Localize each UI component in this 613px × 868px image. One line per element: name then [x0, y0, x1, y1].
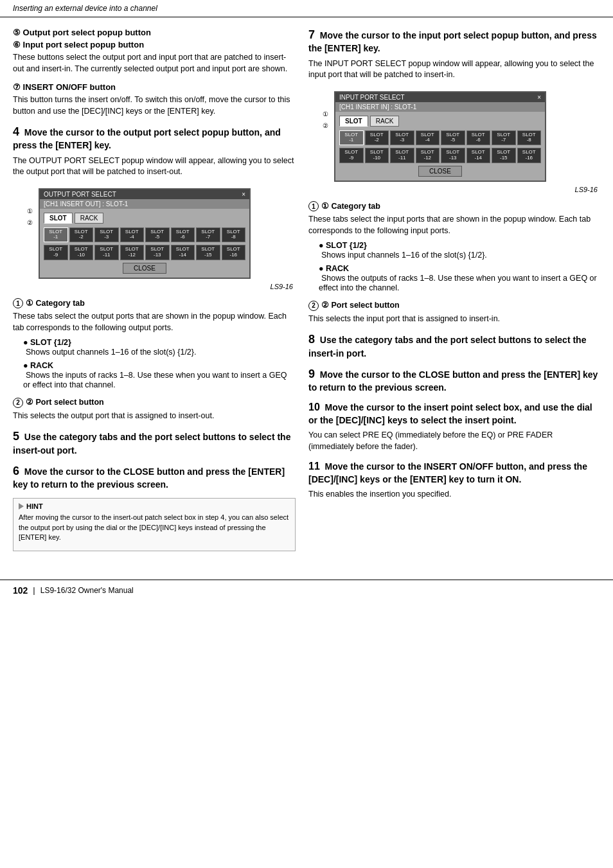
step-7: 7 Move the cursor to the input port sele…	[308, 28, 600, 193]
hint-box: HINT After moving the cursor to the inse…	[13, 498, 296, 551]
step-9-heading: Move the cursor to the CLOSE button and …	[308, 369, 598, 393]
step-4-header: 4 Move the cursor to the output port sel…	[13, 125, 296, 152]
step-6-number: 6	[13, 465, 19, 477]
slot-cell[interactable]: SLOT-15	[492, 148, 516, 163]
slot-cell[interactable]: SLOT-9	[44, 245, 68, 260]
output-popup-body: SLOT RACK SLOT-1 SLOT-2 SLOT-3 SLOT-4 SL…	[40, 209, 249, 278]
slot-bullet-right: ● SLOT {1/2} Shows input channels 1–16 o…	[319, 240, 600, 260]
slot-cell[interactable]: SLOT-16	[517, 148, 542, 163]
slot-cell[interactable]: SLOT-13	[145, 245, 170, 260]
slot-cell[interactable]: SLOT-10	[69, 245, 94, 260]
slot-cell[interactable]: SLOT-14	[171, 245, 195, 260]
port-select-heading-left: 2② Port select button	[13, 397, 296, 408]
slot-cell[interactable]: SLOT-11	[390, 148, 414, 163]
output-popup-title: OUTPUT PORT SELECT ×	[40, 190, 249, 199]
annotation-2-output: ②	[27, 219, 33, 226]
step-8: 8 Use the category tabs and the port sel…	[308, 332, 600, 359]
step-9-number: 9	[308, 368, 315, 380]
input-tab-row: SLOT RACK	[339, 116, 541, 127]
slot-cell[interactable]: SLOT-8	[222, 227, 246, 243]
slot-cell[interactable]: SLOT-7	[196, 227, 220, 243]
input-slot-grid-row2: SLOT-9 SLOT-10 SLOT-11 SLOT-12 SLOT-13 S…	[339, 148, 541, 163]
category-tab-right: 1① Category tab These tabs select the in…	[308, 201, 600, 293]
slot-cell[interactable]: SLOT-5	[441, 130, 465, 146]
slot-cell[interactable]: SLOT-2	[69, 227, 94, 243]
slot-cell[interactable]: SLOT-9	[339, 148, 364, 163]
page-footer: 102 | LS9-16/32 Owner's Manual	[0, 580, 613, 601]
slot-cell[interactable]: SLOT-4	[416, 130, 440, 146]
output-slot-grid-row1: SLOT-1 SLOT-2 SLOT-3 SLOT-4 SLOT-5 SLOT-…	[44, 227, 245, 243]
port-select-left: 2② Port select button This selects the o…	[13, 397, 296, 421]
slot-cell[interactable]: SLOT-13	[441, 148, 465, 163]
output-popup: OUTPUT PORT SELECT × [CH1 INSERT OUT] : …	[39, 188, 251, 279]
input-tab-rack[interactable]: RACK	[370, 116, 400, 127]
hint-label: HINT	[19, 502, 290, 510]
hint-arrow-icon	[19, 503, 24, 509]
section-5-6-desc: These buttons select the output port and…	[13, 52, 296, 75]
slot-cell[interactable]: SLOT-12	[120, 245, 145, 260]
step-8-number: 8	[308, 333, 315, 346]
step-5-heading: Use the category tabs and the port selec…	[13, 432, 290, 455]
step-10-desc: You can select PRE EQ (immediately befor…	[308, 430, 600, 452]
output-close-btn[interactable]: CLOSE	[123, 263, 166, 274]
footer-title: LS9-16/32 Owner's Manual	[40, 586, 134, 595]
step-10-heading: Move the cursor to the insert point sele…	[308, 402, 592, 425]
slot-cell[interactable]: SLOT-16	[222, 245, 246, 260]
page-number: 102	[13, 585, 28, 596]
slot-cell[interactable]: SLOT-14	[466, 148, 491, 163]
output-popup-label: LS9-16	[13, 283, 293, 290]
step-10: 10 Move the cursor to the insert point s…	[308, 401, 600, 452]
slot-cell[interactable]: SLOT-15	[196, 245, 220, 260]
port-select-right: 2② Port select button This selects the i…	[308, 300, 600, 324]
output-tab-slot[interactable]: SLOT	[44, 213, 73, 224]
step-4-desc: The OUTPUT PORT SELECT popup window will…	[13, 155, 296, 178]
step-6-header: 6 Move the cursor to the CLOSE button an…	[13, 464, 296, 491]
input-tab-slot[interactable]: SLOT	[339, 116, 368, 127]
slot-cell[interactable]: SLOT-1	[44, 227, 68, 243]
slot-cell[interactable]: SLOT-6	[466, 130, 491, 146]
slot-cell[interactable]: SLOT-3	[390, 130, 414, 146]
input-popup-subtitle: [CH1 INSERT IN] : SLOT-1	[335, 102, 545, 112]
section-7-desc: This button turns the insert on/off. To …	[13, 94, 296, 117]
input-popup-body: SLOT RACK SLOT-1 SLOT-2 SLOT-3 SLOT-4 SL…	[335, 112, 545, 181]
port-select-text-left: This selects the output port that is ass…	[13, 411, 296, 422]
slot-cell[interactable]: SLOT-7	[492, 130, 516, 146]
footer-separator: |	[33, 585, 35, 595]
heading-7: ⑦ INSERT ON/OFF button	[13, 82, 296, 92]
port-select-heading-right: 2② Port select button	[308, 300, 600, 311]
output-tab-rack[interactable]: RACK	[75, 213, 104, 224]
output-tab-row: SLOT RACK	[44, 213, 245, 224]
input-slot-grid-row1: SLOT-1 SLOT-2 SLOT-3 SLOT-4 SLOT-5 SLOT-…	[339, 130, 541, 146]
slot-cell[interactable]: SLOT-10	[365, 148, 389, 163]
step-10-number: 10	[308, 402, 320, 412]
output-popup-subtitle: [CH1 INSERT OUT] : SLOT-1	[40, 199, 249, 209]
output-slot-grid-row2: SLOT-9 SLOT-10 SLOT-11 SLOT-12 SLOT-13 S…	[44, 245, 245, 260]
input-close-btn[interactable]: CLOSE	[418, 166, 462, 177]
step-11-heading: Move the cursor to the INSERT ON/OFF but…	[308, 461, 587, 484]
step-5-number: 5	[13, 430, 19, 443]
step-11-header: 11 Move the cursor to the INSERT ON/OFF …	[308, 460, 600, 485]
category-tab-desc-left: These tabs select the output ports that …	[13, 311, 296, 333]
step-9: 9 Move the cursor to the CLOSE button an…	[308, 367, 600, 394]
slot-cell[interactable]: SLOT-4	[120, 227, 145, 243]
slot-cell[interactable]: SLOT-11	[94, 245, 119, 260]
page-header: Inserting an external device into a chan…	[0, 0, 613, 17]
step-6: 6 Move the cursor to the CLOSE button an…	[13, 464, 296, 491]
slot-cell[interactable]: SLOT-3	[94, 227, 119, 243]
slot-cell[interactable]: SLOT-2	[365, 130, 389, 146]
right-column: 7 Move the cursor to the input port sele…	[308, 28, 600, 556]
step-7-number: 7	[308, 28, 315, 41]
output-close-row: CLOSE	[44, 263, 245, 274]
slot-cell[interactable]: SLOT-6	[171, 227, 195, 243]
slot-cell[interactable]: SLOT-8	[517, 130, 542, 146]
slot-cell[interactable]: SLOT-5	[145, 227, 170, 243]
section-5-6: ⑤ Output port select popup button ⑥ Inpu…	[13, 28, 296, 75]
heading-6: ⑥ Input port select popup button	[13, 40, 296, 49]
input-close-row: CLOSE	[339, 166, 541, 177]
category-tab-left: 1① Category tab These tabs select the ou…	[13, 298, 296, 390]
slot-cell[interactable]: SLOT-12	[416, 148, 440, 163]
step-9-header: 9 Move the cursor to the CLOSE button an…	[308, 367, 600, 394]
slot-cell[interactable]: SLOT-1	[339, 130, 364, 146]
rack-bullet-left: ● RACK Shows the inputs of racks 1–8. Us…	[23, 360, 296, 389]
step-6-heading: Move the cursor to the CLOSE button and …	[13, 466, 285, 490]
